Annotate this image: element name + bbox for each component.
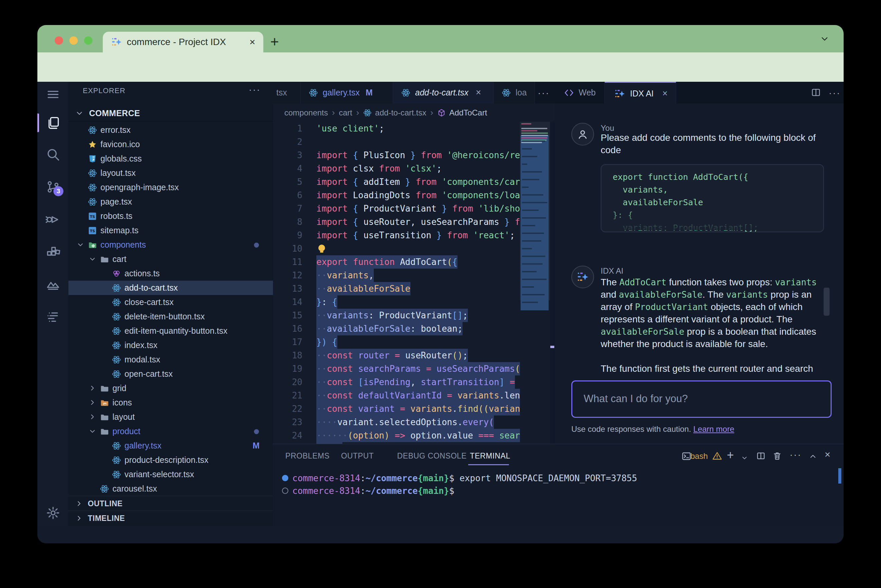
tree-item-sitemap.ts[interactable]: TSsitemap.ts <box>68 223 273 238</box>
editor-tab-gallery.tsx[interactable]: gallery.tsxM <box>301 82 393 104</box>
activity-scm-icon[interactable] <box>37 176 68 198</box>
active-view-indicator <box>37 114 39 132</box>
activity-search-icon[interactable] <box>37 144 68 165</box>
learn-more-link[interactable]: Learn more <box>694 424 734 434</box>
code-line-18: 18··const router = useRouter(); <box>273 349 520 362</box>
terminal-tab-debug-console[interactable]: DEBUG CONSOLE <box>397 452 466 460</box>
chevron-right-icon <box>88 384 96 392</box>
explorer-root-folder[interactable]: COMMERCE <box>68 105 273 122</box>
tree-item-components[interactable]: components <box>68 238 273 252</box>
tree-item-page.tsx[interactable]: page.tsx <box>68 195 273 209</box>
activity-ai-list-icon[interactable] <box>37 306 68 327</box>
kill-terminal-trash-icon[interactable] <box>772 451 782 461</box>
close-panel-x-icon[interactable]: × <box>825 449 831 460</box>
close-tab-icon[interactable]: × <box>476 87 481 98</box>
tree-item-layout[interactable]: layout <box>68 410 273 424</box>
minimap[interactable] <box>520 122 550 444</box>
tree-item-open-cart.tsx[interactable]: open-cart.tsx <box>68 367 273 381</box>
shell-warning-icon[interactable] <box>712 451 722 461</box>
terminal-panel: PROBLEMSOUTPUTDEBUG CONSOLETERMINAL bash… <box>273 444 844 526</box>
tab-label: add-to-cart.tsx <box>415 88 469 98</box>
breadcrumb-item[interactable]: AddToCart <box>449 108 487 117</box>
timeline-section[interactable]: TIMELINE <box>68 511 273 526</box>
code-line-23: 23····variant.selectedOptions.every( <box>273 416 520 429</box>
file-label: favicon.ico <box>100 140 140 149</box>
tree-item-delete-item-button.tsx[interactable]: delete-item-button.tsx <box>68 309 273 324</box>
editor-tab-add-to-cart.tsx[interactable]: add-to-cart.tsx× <box>393 82 494 104</box>
tree-item-product-description.tsx[interactable]: product-description.tsx <box>68 453 273 467</box>
tree-item-index.tsx[interactable]: index.tsx <box>68 338 273 352</box>
breadcrumb[interactable]: components›cart›add-to-cart.tsx›AddToCar… <box>273 104 554 122</box>
new-tab-button[interactable]: + <box>270 34 279 49</box>
tab-close-icon[interactable]: × <box>249 36 255 48</box>
file-label: grid <box>112 383 126 393</box>
minimize-window-button[interactable] <box>69 36 78 45</box>
zoom-window-button[interactable] <box>84 36 93 45</box>
file-label: carousel.tsx <box>112 484 157 494</box>
tree-item-actions.ts[interactable]: actions.ts <box>68 266 273 280</box>
file-label: layout.tsx <box>100 168 136 178</box>
tree-item-favicon.ico[interactable]: favicon.ico <box>68 137 273 152</box>
tree-item-robots.ts[interactable]: TSrobots.ts <box>68 209 273 223</box>
maximize-panel-chevron-icon[interactable] <box>809 452 817 461</box>
tree-item-cart[interactable]: cart <box>68 252 273 266</box>
code-block-line: export function AddToCart({ <box>613 172 748 182</box>
new-terminal-icon[interactable]: + <box>727 448 734 462</box>
terminal-more-actions-icon[interactable]: ··· <box>790 449 802 460</box>
breadcrumb-item[interactable]: add-to-cart.tsx <box>375 108 426 117</box>
tab-web[interactable]: Web <box>554 82 605 104</box>
chat-scrollbar[interactable] <box>824 288 830 316</box>
breadcrumb-item[interactable]: components <box>284 108 328 117</box>
browser-tab[interactable]: commerce - Project IDX × <box>103 32 263 52</box>
react-icon <box>112 470 121 479</box>
activity-menu-icon[interactable] <box>37 84 68 105</box>
split-editor-icon[interactable] <box>811 87 821 98</box>
tree-item-edit-item-quantity-button.tsx[interactable]: edit-item-quantity-button.tsx <box>68 324 273 338</box>
react-icon <box>309 88 318 98</box>
close-panel-icon[interactable]: × <box>662 88 668 99</box>
tree-item-grid[interactable]: grid <box>68 381 273 396</box>
explorer-more-actions-icon[interactable]: ··· <box>249 84 261 95</box>
tree-item-opengraph-image.tsx[interactable]: opengraph-image.tsx <box>68 180 273 195</box>
split-terminal-icon[interactable] <box>756 451 766 461</box>
scm-changes-badge: 3 <box>53 186 63 196</box>
outline-section[interactable]: OUTLINE <box>68 496 273 511</box>
close-window-button[interactable] <box>55 36 63 45</box>
panel-more-actions-icon[interactable]: ··· <box>829 87 841 99</box>
shell-label[interactable]: bash <box>691 452 708 461</box>
tab-search-chevron-icon[interactable] <box>820 34 830 44</box>
tab-overflow-icon[interactable]: ··· <box>538 87 550 99</box>
tree-item-layout.tsx[interactable]: layout.tsx <box>68 166 273 180</box>
ai-chat-input[interactable]: What can I do for you? <box>571 380 832 418</box>
tree-item-modal.tsx[interactable]: modal.tsx <box>68 352 273 367</box>
tree-item-icons[interactable]: icons <box>68 396 273 410</box>
tree-item-product[interactable]: product <box>68 424 273 438</box>
tree-item-variant-selector.tsx[interactable]: variant-selector.tsx <box>68 467 273 482</box>
terminal-tab-problems[interactable]: PROBLEMS <box>285 452 330 460</box>
settings-gear-icon[interactable] <box>37 502 68 524</box>
code-editor[interactable]: 1'use client';23import { PlusIcon } from… <box>273 122 520 444</box>
editor-tab-tsx[interactable]: tsx <box>273 82 301 104</box>
activity-extensions-icon[interactable] <box>37 242 68 263</box>
folder-icon <box>100 398 109 408</box>
activity-layers-icon[interactable] <box>37 274 68 295</box>
tree-item-gallery.tsx[interactable]: gallery.tsxM <box>68 438 273 453</box>
tree-item-add-to-cart.tsx[interactable]: add-to-cart.tsx <box>68 280 273 295</box>
lightbulb-icon[interactable] <box>318 244 326 253</box>
file-label: icons <box>112 398 132 408</box>
activity-files-icon[interactable] <box>37 112 68 134</box>
idx-favicon <box>111 36 122 48</box>
activity-debug-icon[interactable] <box>37 209 68 230</box>
terminal-line: commerce-8314:~/commerce{main}$ <box>273 484 844 497</box>
tab-idx-ai[interactable]: IDX AI × <box>605 82 676 105</box>
terminal-tab-output[interactable]: OUTPUT <box>341 452 374 460</box>
tree-item-globals.css[interactable]: globals.css <box>68 152 273 166</box>
tree-item-close-cart.tsx[interactable]: close-cart.tsx <box>68 295 273 309</box>
react-icon <box>88 197 97 207</box>
editor-tab-loa[interactable]: loa <box>494 82 535 104</box>
terminal-dropdown-chevron-icon[interactable] <box>741 454 748 462</box>
tree-item-carousel.tsx[interactable]: carousel.tsx <box>68 482 273 496</box>
tree-item-error.tsx[interactable]: error.tsx <box>68 123 273 137</box>
terminal-tab-terminal[interactable]: TERMINAL <box>470 452 510 460</box>
breadcrumb-item[interactable]: cart <box>339 108 352 117</box>
